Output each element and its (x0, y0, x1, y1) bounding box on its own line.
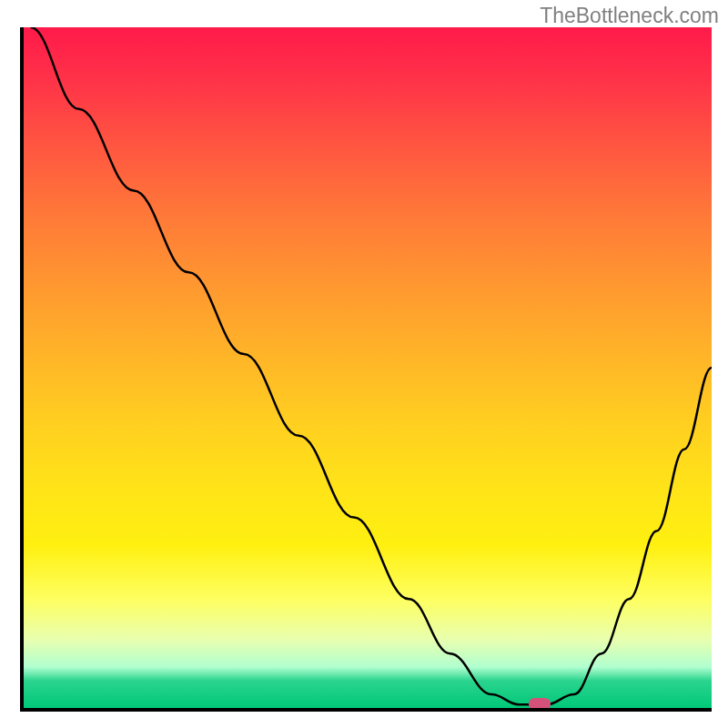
chart-plot-area (20, 27, 712, 712)
chart-curve-svg (24, 27, 712, 708)
bottleneck-curve-line (31, 27, 712, 704)
watermark-text: TheBottleneck.com (540, 4, 719, 28)
optimal-point-marker (529, 698, 551, 710)
